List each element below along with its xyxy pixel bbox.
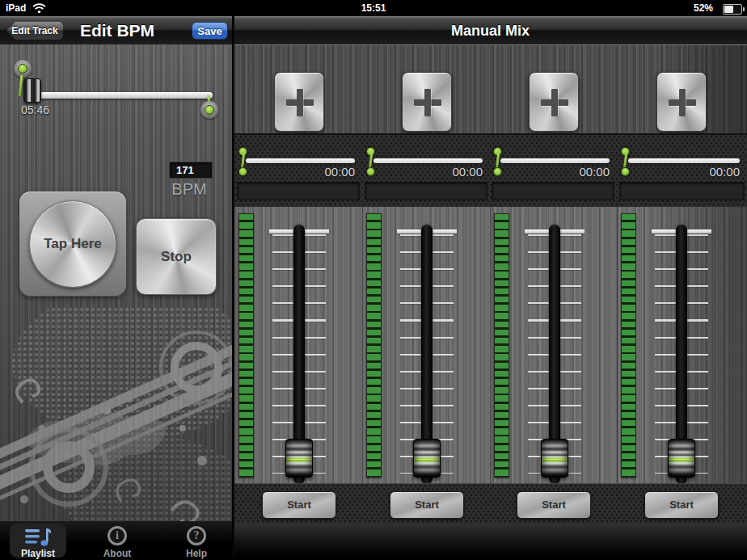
- start-button-2[interactable]: Start: [390, 491, 464, 519]
- channel-3-fader: [491, 207, 618, 484]
- channel-4-fader: [618, 207, 745, 484]
- time-label: 00:00: [246, 165, 355, 179]
- channel-1-fader: [235, 207, 362, 484]
- tap-button-frame: Tap Here: [19, 192, 126, 297]
- time-label: 00:00: [374, 165, 483, 179]
- vu-meter: [494, 213, 509, 478]
- fader-handle[interactable]: [413, 439, 441, 478]
- waveform-box: [365, 182, 487, 200]
- fader-handle[interactable]: [285, 439, 313, 478]
- edit-bpm-panel: 05:46 171 BPM Tap Here Stop: [0, 44, 234, 521]
- add-track-button-2[interactable]: [402, 72, 452, 132]
- cue-in-dot-icon: [18, 64, 27, 74]
- bpm-value-field[interactable]: 171: [169, 162, 213, 179]
- channel-3-timeline: 00:00: [490, 135, 617, 208]
- vu-meter: [621, 213, 636, 478]
- bottom-shadow-strip: [234, 524, 747, 560]
- start-button-3[interactable]: Start: [517, 491, 591, 519]
- elapsed-time-label: 05:46: [21, 103, 49, 116]
- navigation-bar: Edit Track Edit BPM Save Manual Mix: [0, 16, 747, 45]
- fader-handle[interactable]: [668, 439, 695, 478]
- tab-help-label: Help: [168, 548, 225, 559]
- channel-1-timeline: 00:00: [235, 135, 362, 208]
- track-position-handle[interactable]: [23, 78, 41, 103]
- seek-bar[interactable]: [628, 158, 740, 163]
- save-button[interactable]: Save: [192, 22, 228, 40]
- battery-icon: [723, 4, 742, 15]
- app-screen: iPad 15:51 52% Edit Track Edit BPM Save …: [0, 0, 747, 560]
- track-position-bar[interactable]: [34, 92, 213, 99]
- fader-area: [234, 206, 747, 483]
- channel-2-timeline: 00:00: [363, 135, 490, 208]
- fader-handle[interactable]: [541, 439, 568, 478]
- stop-button[interactable]: Stop: [136, 218, 217, 295]
- tap-here-button[interactable]: Tap Here: [29, 200, 116, 288]
- add-track-button-1[interactable]: [274, 72, 324, 132]
- channel-4-timeline: 00:00: [618, 135, 747, 208]
- left-page-title: Edit BPM: [49, 21, 186, 40]
- cue-out-marker[interactable]: [200, 101, 218, 119]
- start-button-1[interactable]: Start: [262, 491, 336, 519]
- tab-playlist-label: Playlist: [10, 548, 66, 559]
- waveform-box: [237, 182, 360, 200]
- music-list-icon: [24, 527, 52, 548]
- vu-meter: [238, 213, 254, 478]
- seek-bar[interactable]: [246, 158, 355, 163]
- channel-2-fader: [363, 207, 490, 484]
- tab-playlist[interactable]: Playlist: [10, 524, 66, 558]
- start-strip: Start Start Start Start: [234, 483, 747, 524]
- tab-help[interactable]: ? Help: [168, 521, 225, 560]
- waveform-box: [492, 182, 614, 200]
- deck-add-row: [234, 44, 747, 133]
- battery-percent: 52%: [694, 2, 713, 14]
- time-label: 00:00: [628, 165, 740, 179]
- right-page-title: Manual Mix: [234, 23, 747, 40]
- bottom-tab-bar: Playlist i About ? Help: [0, 521, 234, 560]
- add-track-button-3[interactable]: [529, 72, 579, 132]
- bpm-label: BPM: [166, 180, 213, 199]
- start-button-4[interactable]: Start: [644, 491, 719, 519]
- waveform-box: [619, 182, 745, 200]
- time-label: 00:00: [500, 165, 610, 179]
- status-bar: iPad 15:51 52%: [0, 0, 747, 16]
- question-icon: ?: [187, 526, 206, 545]
- timeline-strip: 00:00 00:00 00:00 00:00: [234, 133, 747, 206]
- seek-bar[interactable]: [500, 158, 610, 163]
- tab-about[interactable]: i About: [89, 521, 146, 560]
- cue-out-dot-icon: [205, 105, 214, 115]
- vu-meter: [366, 213, 382, 478]
- tab-about-label: About: [89, 548, 146, 559]
- add-track-button-4[interactable]: [656, 72, 707, 132]
- clock: 15:51: [0, 2, 747, 14]
- battery-fill: [724, 6, 733, 13]
- info-icon: i: [108, 526, 127, 545]
- seek-bar[interactable]: [374, 158, 483, 163]
